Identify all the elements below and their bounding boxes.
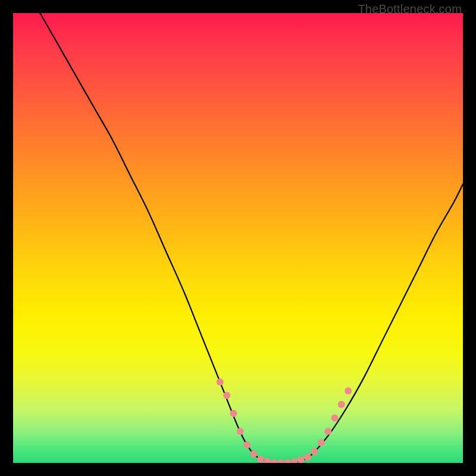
- highlight-dot: [284, 459, 291, 463]
- highlight-dot: [291, 458, 298, 463]
- highlight-dot: [311, 448, 318, 455]
- highlight-dot: [250, 450, 257, 458]
- highlight-dot: [318, 439, 325, 446]
- highlight-dot: [230, 410, 237, 417]
- highlight-dot: [277, 459, 284, 463]
- curve-svg: [13, 13, 463, 463]
- highlight-dot: [257, 456, 264, 463]
- highlight-dot: [217, 378, 224, 386]
- highlight-dot: [304, 453, 311, 461]
- highlight-dot: [338, 401, 345, 408]
- highlight-dot: [270, 459, 277, 463]
- chart-frame: TheBottleneck.com: [0, 0, 476, 476]
- highlight-dot: [324, 428, 331, 435]
- plot-area: [13, 13, 463, 463]
- highlight-dot: [345, 387, 352, 394]
- highlight-dot: [243, 441, 250, 449]
- highlight-dot: [331, 414, 339, 421]
- highlight-dot: [237, 428, 244, 435]
- bottleneck-curve: [40, 13, 463, 463]
- highlight-dots: [217, 378, 352, 463]
- highlight-dot: [298, 456, 305, 463]
- highlight-dot: [264, 458, 271, 463]
- highlight-dot: [223, 392, 230, 399]
